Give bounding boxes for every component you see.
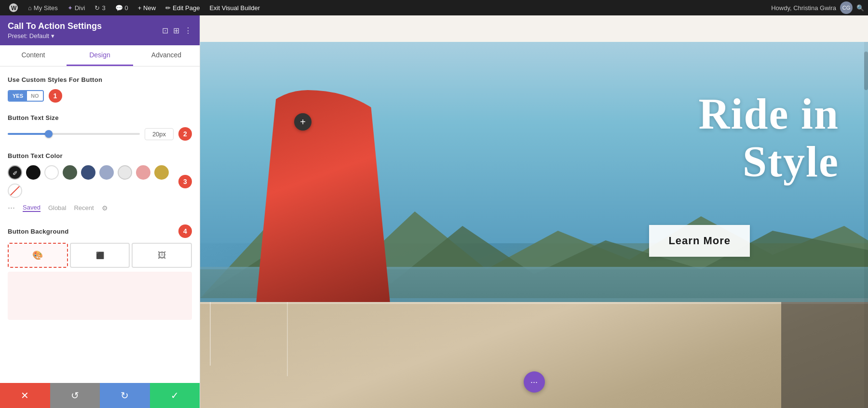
scrollbar-thumb[interactable] xyxy=(864,52,868,90)
admin-bar: W ⌂ My Sites ✦ Divi ↻ 3 💬 0 + New ✏ Edit… xyxy=(0,0,868,15)
my-sites-button[interactable]: ⌂ My Sites xyxy=(23,0,63,15)
hero-title-line2: Style xyxy=(743,138,839,185)
color-none[interactable] xyxy=(8,184,22,198)
pencil-icon: ✏ xyxy=(165,4,171,12)
save-button[interactable]: ✓ xyxy=(150,383,200,408)
comments-button[interactable]: 💬 0 xyxy=(110,0,133,15)
boat-rail-vertical xyxy=(210,302,211,366)
main-row: Call To Action Settings Preset: Default … xyxy=(0,15,868,408)
color-light-purple[interactable] xyxy=(99,165,114,180)
color-swatches: ✏ xyxy=(8,165,174,198)
bg-options: 🎨 ⬛ 🖼 xyxy=(8,243,192,268)
color-more-icon[interactable]: ··· xyxy=(8,203,15,213)
color-black[interactable] xyxy=(26,165,41,180)
cancel-button[interactable]: ✕ xyxy=(0,383,50,408)
updates-button[interactable]: ↻ 3 xyxy=(90,0,110,15)
divi-button[interactable]: ✦ Divi xyxy=(63,0,90,15)
comment-icon: 💬 xyxy=(115,4,123,12)
tab-content[interactable]: Content xyxy=(0,45,67,66)
slider-track[interactable] xyxy=(8,133,140,135)
tab-advanced[interactable]: Advanced xyxy=(133,45,200,66)
color-pink[interactable] xyxy=(136,165,150,180)
redo-button[interactable]: ↻ xyxy=(100,383,150,408)
panel-header-text: Call To Action Settings Preset: Default … xyxy=(8,21,102,39)
learn-more-button[interactable]: Learn More xyxy=(649,225,750,257)
button-text-color-section: Button Text Color ✏ xyxy=(8,152,192,213)
tab-bar: Content Design Advanced xyxy=(0,45,200,66)
button-background-section: Button Background 4 🎨 ⬛ 🖼 xyxy=(8,224,192,320)
bg-color-preview xyxy=(8,272,192,320)
panel-body: Use Custom Styles For Button YES NO 1 Bu… xyxy=(0,66,200,383)
avatar: CG xyxy=(840,1,853,14)
hero-section: Ride in Style Learn More + ··· xyxy=(200,42,868,408)
step-badge-2: 2 xyxy=(178,127,192,141)
color-gold[interactable] xyxy=(154,165,169,180)
bg-gradient-option[interactable]: ⬛ xyxy=(70,243,130,268)
add-content-button[interactable]: + xyxy=(294,113,312,131)
bottom-toolbar: ✕ ↺ ↻ ✓ xyxy=(0,383,200,408)
eyedropper-icon: ✏ xyxy=(11,168,19,177)
boat-rail xyxy=(200,302,868,304)
toggle-row: YES NO 1 xyxy=(8,89,192,103)
step-badge-4: 4 xyxy=(178,224,192,238)
color-dark-green[interactable] xyxy=(63,165,77,180)
gear-icon[interactable]: ⚙ xyxy=(102,204,108,212)
hero-title: Ride in Style xyxy=(698,90,839,185)
color-fill-icon: 🎨 xyxy=(32,250,43,261)
home-icon: ⌂ xyxy=(28,4,32,12)
color-swatches-row: ✏ 3 xyxy=(8,165,192,198)
user-greeting: Howdy, Christina Gwira xyxy=(771,4,836,12)
panel-title: Call To Action Settings xyxy=(8,21,102,31)
color-picker-swatch[interactable]: ✏ xyxy=(8,165,22,180)
admin-bar-left: W ⌂ My Sites ✦ Divi ↻ 3 💬 0 + New ✏ Edit… xyxy=(4,0,771,15)
cream-bar xyxy=(200,15,868,42)
module-options-button[interactable]: ··· xyxy=(524,371,545,393)
custom-styles-toggle[interactable]: YES NO xyxy=(8,90,44,102)
slider-row: 20px 2 xyxy=(8,127,192,141)
slider-value[interactable]: 20px xyxy=(145,128,174,140)
toggle-no-label: NO xyxy=(27,91,43,101)
boat-box xyxy=(781,302,868,408)
color-tabs-row: ··· Saved Global Recent ⚙ xyxy=(8,203,192,213)
svg-text:W: W xyxy=(11,5,17,12)
refresh-icon: ↻ xyxy=(95,4,100,12)
color-dark-blue[interactable] xyxy=(81,165,95,180)
more-options-icon[interactable]: ⋮ xyxy=(184,26,192,35)
bg-color-option[interactable]: 🎨 xyxy=(8,243,68,268)
vertical-scrollbar[interactable] xyxy=(864,42,868,408)
columns-icon[interactable]: ⊞ xyxy=(173,26,179,35)
button-text-size-section: Button Text Size 20px 2 xyxy=(8,114,192,141)
undo-button[interactable]: ↺ xyxy=(50,383,100,408)
slider-thumb[interactable] xyxy=(45,130,53,138)
search-icon[interactable]: 🔍 xyxy=(856,4,864,12)
visual-builder-area: Ride in Style Learn More + ··· xyxy=(200,15,868,408)
settings-panel: Call To Action Settings Preset: Default … xyxy=(0,15,200,408)
gradient-icon: ⬛ xyxy=(96,251,104,259)
screen-icon[interactable]: ⊡ xyxy=(162,26,168,35)
color-white[interactable] xyxy=(44,165,59,180)
wp-logo-button[interactable]: W xyxy=(4,0,23,15)
button-text-size-label: Button Text Size xyxy=(8,114,192,121)
plus-icon: + xyxy=(300,117,306,128)
color-tab-global[interactable]: Global xyxy=(48,204,67,211)
image-icon: 🖼 xyxy=(158,250,166,261)
tab-design[interactable]: Design xyxy=(67,45,133,66)
edit-page-button[interactable]: ✏ Edit Page xyxy=(161,0,204,15)
new-content-button[interactable]: + New xyxy=(133,0,161,15)
hero-title-line1: Ride in xyxy=(698,90,839,138)
admin-bar-right: Howdy, Christina Gwira CG 🔍 xyxy=(771,1,864,14)
use-custom-styles-label: Use Custom Styles For Button xyxy=(8,76,192,83)
slider-fill xyxy=(8,133,47,135)
button-background-header: Button Background 4 xyxy=(8,224,192,238)
boat-rail-vertical-2 xyxy=(287,302,288,376)
panel-header-icons: ⊡ ⊞ ⋮ xyxy=(162,26,192,35)
step-badge-1: 1 xyxy=(49,89,62,103)
bg-image-option[interactable]: 🖼 xyxy=(132,243,192,268)
panel-preset[interactable]: Preset: Default ▾ xyxy=(8,32,102,39)
color-tab-saved[interactable]: Saved xyxy=(23,204,41,212)
exit-visual-builder-button[interactable]: Exit Visual Builder xyxy=(204,0,265,15)
color-tab-recent[interactable]: Recent xyxy=(74,204,94,211)
color-light-gray[interactable] xyxy=(118,165,132,180)
divi-icon: ✦ xyxy=(68,4,73,12)
dots-icon: ··· xyxy=(530,377,538,387)
